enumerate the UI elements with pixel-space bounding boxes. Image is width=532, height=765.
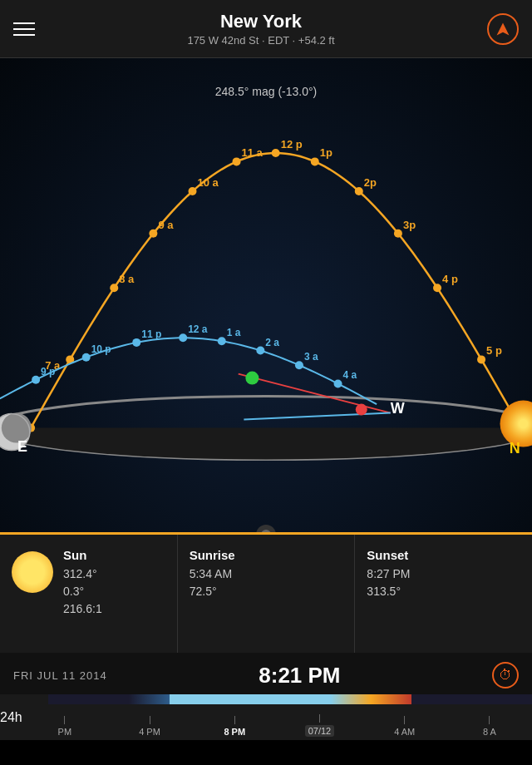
sunrise-col: Sunrise 5:34 AM 72.5° [178, 535, 356, 653]
sunrise-time: 5:34 AM [190, 565, 343, 583]
sunrise-azimuth: 72.5° [190, 583, 343, 600]
tick-label: 4 AM [394, 727, 415, 737]
sunset-time: 8:27 PM [367, 565, 520, 583]
time-label: 8:21 PM [259, 663, 340, 688]
navigation-icon [495, 22, 510, 37]
date-label: FRI JUL 11 2014 [13, 669, 107, 682]
timeline-tick[interactable]: 4 PM [107, 716, 192, 737]
tick-label: 8 PM [224, 727, 245, 737]
timeline-tick[interactable]: 8 PM [192, 716, 277, 737]
timeline-tick[interactable]: 4 AM [362, 716, 447, 737]
tick-line [64, 716, 65, 724]
timeline-tick[interactable]: 07/12 [277, 714, 362, 737]
sky-canvas[interactable] [0, 58, 532, 532]
tick-label: 4 PM [139, 727, 160, 737]
location-button[interactable] [487, 13, 519, 45]
bottom-bar: FRI JUL 11 2014 8:21 PM ⏱ 24h PM4 PM8 PM… [0, 653, 532, 740]
tick-line [234, 716, 235, 724]
sun-altitude: 0.3° [63, 585, 84, 598]
clock-button[interactable]: ⏱ [492, 662, 519, 688]
tick-line [404, 716, 405, 724]
tick-line [150, 716, 150, 724]
sun-info-col: Sun 312.4° 0.3° 216.6:1 [0, 535, 178, 653]
city-name: New York [35, 11, 487, 32]
sunset-col: Sunset 8:27 PM 313.5° [355, 535, 532, 653]
sun-ratio: 216.6:1 [63, 602, 102, 615]
sunrise-label: Sunrise [190, 548, 343, 562]
timeline-row[interactable]: 24h PM4 PM8 PM07/124 AM8 A [0, 694, 532, 740]
location-detail: 175 W 42nd St · EDT · +54.2 ft [35, 34, 487, 47]
date-time-row: FRI JUL 11 2014 8:21 PM ⏱ [0, 653, 532, 694]
tick-line [319, 714, 320, 723]
menu-button[interactable] [13, 22, 35, 36]
tick-line [489, 716, 490, 724]
sunset-azimuth: 313.5° [367, 583, 520, 600]
tick-label: PM [58, 727, 72, 737]
sun-values: 312.4° 0.3° 216.6:1 [63, 565, 102, 618]
header: New York 175 W 42nd St · EDT · +54.2 ft [0, 0, 532, 58]
24h-button[interactable]: 24h [0, 710, 22, 725]
header-center: New York 175 W 42nd St · EDT · +54.2 ft [35, 11, 487, 47]
timeline-tick[interactable]: 8 A [447, 716, 532, 737]
tick-label: 07/12 [305, 725, 335, 737]
timeline-tick[interactable]: PM [22, 716, 107, 737]
tick-label: 8 A [483, 727, 496, 737]
sun-label: Sun [63, 548, 102, 562]
sunset-label: Sunset [367, 548, 520, 562]
info-panel: Sun 312.4° 0.3° 216.6:1 Sunrise 5:34 AM … [0, 532, 532, 653]
sun-icon [12, 551, 53, 593]
sun-azimuth: 312.4° [63, 567, 97, 580]
sky-view [0, 58, 532, 532]
timeline-ticks: PM4 PM8 PM07/124 AM8 A [22, 694, 532, 740]
